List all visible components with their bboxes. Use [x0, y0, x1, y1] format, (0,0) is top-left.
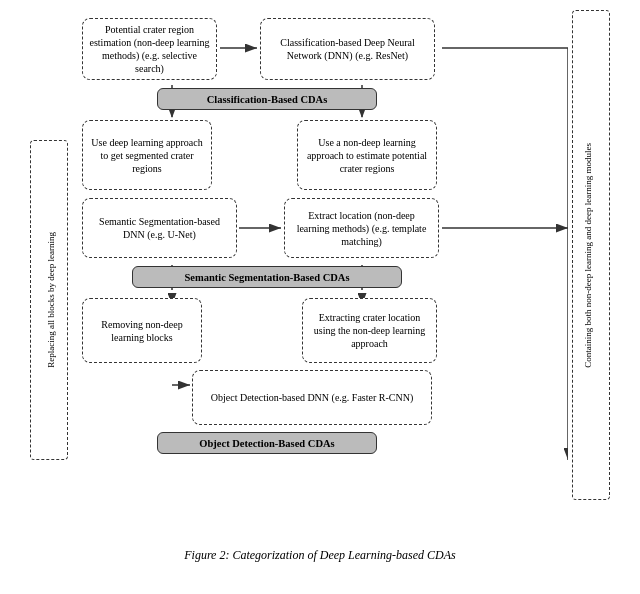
classification-dnn-box: Classification-based Deep Neural Network…	[260, 18, 435, 80]
figure-caption: Figure 2: Categorization of Deep Learnin…	[184, 548, 456, 563]
left-side-label: Replacing all blocks by deep learning	[32, 140, 70, 460]
removing-non-deep-box: Removing non-deep learning blocks	[82, 298, 202, 363]
potential-crater-box: Potential crater region estimation (non-…	[82, 18, 217, 80]
extracting-crater-box: Extracting crater location using the non…	[302, 298, 437, 363]
non-deep-hint-box: Use a non-deep learning approach to esti…	[297, 120, 437, 190]
diagram: Replacing all blocks by deep learning Co…	[30, 10, 610, 540]
object-detection-box: Object Detection-based DNN (e.g. Faster …	[192, 370, 432, 425]
classification-label: Classification-Based CDAs	[157, 88, 377, 110]
object-detection-label: Object Detection-Based CDAs	[157, 432, 377, 454]
semantic-label: Semantic Segmentation-Based CDAs	[132, 266, 402, 288]
main-diagram-area: Potential crater region estimation (non-…	[72, 10, 568, 540]
semantic-dnn-box: Semantic Segmentation-based DNN (e.g. U-…	[82, 198, 237, 258]
deep-learning-hint-box: Use deep learning approach to get segmen…	[82, 120, 212, 190]
right-side-label: Containing both non-deep learning and de…	[570, 10, 608, 500]
extract-location-box: Extract location (non-deep learning meth…	[284, 198, 439, 258]
